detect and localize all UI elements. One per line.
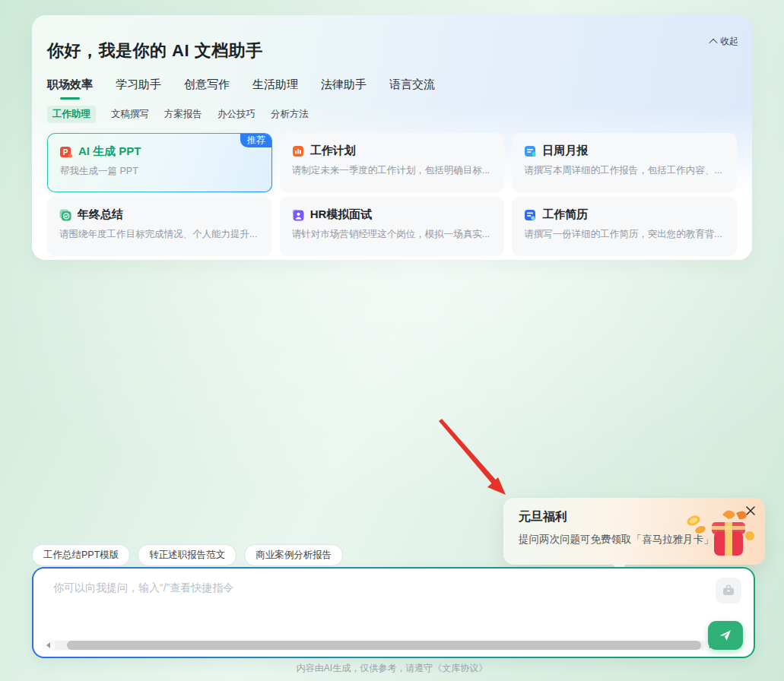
send-button[interactable] (708, 621, 743, 650)
card-desc: 帮我生成一篇 PPT (60, 165, 259, 178)
briefcase-icon (722, 584, 735, 597)
card-desc: 请围绕年度工作目标完成情况、个人能力提升... (59, 228, 260, 241)
card-desc: 请撰写本周详细的工作报告，包括工作内容、... (524, 164, 725, 177)
card-title: 年终总结 (78, 207, 123, 222)
resume-icon (524, 209, 536, 221)
chart-icon (292, 145, 304, 157)
tab-workplace-efficiency[interactable]: 职场效率 (47, 78, 93, 100)
disclaimer-text: 内容由AI生成，仅供参考，请遵守 (297, 663, 433, 673)
subtab-office-tips[interactable]: 办公技巧 (217, 108, 256, 121)
message-composer (32, 567, 755, 658)
scrollbar-track[interactable] (55, 641, 704, 650)
card-work-resume[interactable]: 工作简历 请撰写一份详细的工作简历，突出您的教育背... (512, 197, 737, 256)
card-title: HR模拟面试 (310, 207, 373, 222)
page-title: 你好，我是你的 AI 文档助手 (47, 40, 737, 62)
subcategory-tabs: 工作助理 文稿撰写 方案报告 办公技巧 分析方法 (47, 106, 737, 123)
card-year-end-summary[interactable]: 年终总结 请围绕年度工作目标完成情况、个人能力提升... (47, 197, 272, 256)
check-icon (59, 209, 71, 221)
chip-work-summary-ppt-template[interactable]: 工作总结PPT模版 (32, 544, 130, 566)
chevron-up-icon (709, 38, 717, 46)
subtab-proposal-report[interactable]: 方案报告 (164, 108, 202, 121)
suggestion-chips: 工作总结PPT模版 转正述职报告范文 商业案例分析报告 (32, 544, 343, 566)
card-desc: 请撰写一份详细的工作简历，突出您的教育背... (524, 228, 725, 241)
promo-popup: 元旦福利 提问两次问题可免费领取「喜马拉雅月卡」 (503, 498, 765, 565)
recommended-badge: 推荐 (240, 133, 272, 147)
horizontal-scrollbar[interactable] (43, 640, 716, 651)
tab-language-exchange[interactable]: 语言交流 (389, 78, 435, 100)
card-daily-weekly-monthly-report[interactable]: 日周月报 请撰写本周详细的工作报告，包括工作内容、... (512, 133, 737, 192)
annotation-arrow (430, 414, 521, 505)
tab-study-assistant[interactable]: 学习助手 (116, 78, 161, 100)
scroll-left-arrow[interactable] (43, 640, 53, 651)
report-icon (524, 145, 536, 157)
assistant-hero-panel: 你好，我是你的 AI 文档助手 收起 职场效率 学习助手 创意写作 生活助理 法… (32, 15, 752, 260)
tab-life-assistant[interactable]: 生活助理 (252, 78, 298, 100)
card-work-plan[interactable]: 工作计划 请制定未来一季度的工作计划，包括明确目标... (280, 133, 505, 192)
collapse-button[interactable]: 收起 (710, 35, 738, 48)
tab-legal-assistant[interactable]: 法律助手 (321, 78, 367, 100)
scrollbar-thumb[interactable] (67, 641, 701, 650)
card-title: 工作简历 (542, 207, 588, 222)
chip-probation-report-sample[interactable]: 转正述职报告范文 (138, 544, 236, 566)
chip-business-case-analysis-report[interactable]: 商业案例分析报告 (244, 544, 343, 566)
subtab-work-assistant[interactable]: 工作助理 (47, 106, 96, 123)
toolbox-button[interactable] (716, 578, 741, 603)
card-ai-generate-ppt[interactable]: 推荐 P AI 生成 PPT 帮我生成一篇 PPT (47, 133, 272, 192)
paper-plane-icon (718, 628, 733, 643)
tab-creative-writing[interactable]: 创意写作 (184, 78, 230, 100)
person-icon (292, 209, 304, 221)
prompt-card-grid: 推荐 P AI 生成 PPT 帮我生成一篇 PPT 工作计划 (47, 133, 737, 256)
ppt-icon: P (60, 146, 72, 158)
wenku-agreement-link[interactable]: 《文库协议》 (433, 663, 487, 673)
card-hr-mock-interview[interactable]: HR模拟面试 请针对市场营销经理这个岗位，模拟一场真实... (280, 197, 505, 256)
gift-box-illustration (683, 501, 756, 562)
category-tabs: 职场效率 学习助手 创意写作 生活助理 法律助手 语言交流 (47, 78, 737, 100)
ai-disclaimer: 内容由AI生成，仅供参考，请遵守《文库协议》 (0, 662, 784, 675)
subtab-draft-writing[interactable]: 文稿撰写 (111, 108, 149, 121)
collapse-label: 收起 (720, 35, 738, 48)
subtab-analysis-methods[interactable]: 分析方法 (271, 108, 309, 121)
card-title: 日周月报 (542, 144, 588, 158)
card-title: 工作计划 (310, 144, 356, 158)
card-desc: 请制定未来一季度的工作计划，包括明确目标... (292, 164, 493, 177)
card-title: AI 生成 PPT (78, 144, 141, 159)
svg-text:P: P (63, 148, 68, 157)
promo-title: 元旦福利 (519, 509, 567, 525)
card-desc: 请针对市场营销经理这个岗位，模拟一场真实... (292, 228, 493, 241)
